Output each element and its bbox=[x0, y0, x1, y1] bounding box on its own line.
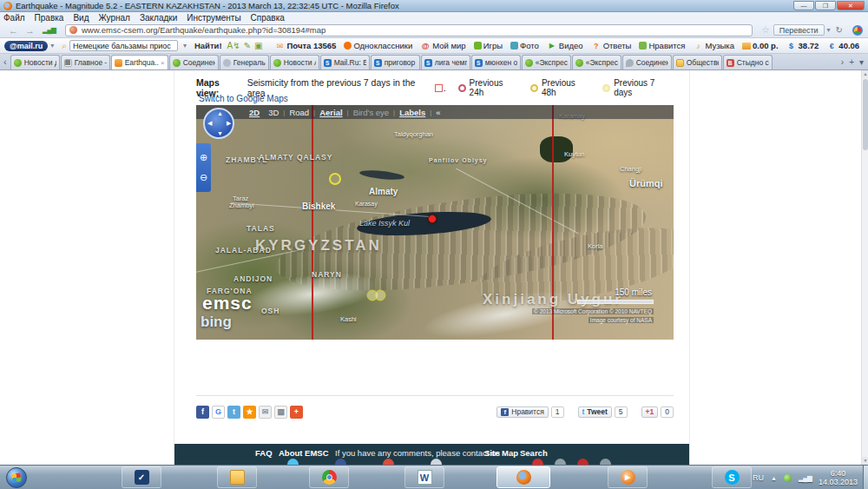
footer-social-icon[interactable] bbox=[287, 459, 299, 465]
taskbar-app-wmp[interactable]: ▶ bbox=[608, 466, 648, 488]
facebook-like-button[interactable]: f Нравится bbox=[496, 406, 549, 418]
start-button[interactable] bbox=[6, 467, 27, 488]
mailru-item[interactable]: 0.00 р. bbox=[742, 41, 779, 50]
zoom-out-button[interactable]: ⊖ bbox=[200, 173, 207, 182]
tab-scroll-left-icon[interactable]: ‹ bbox=[3, 56, 7, 67]
tab-Соединени-[interactable]: Соединени... bbox=[169, 55, 219, 69]
tab-лига-чемпи-[interactable]: Sлига чемпи... bbox=[421, 55, 470, 69]
hidden-icons-chevron[interactable]: ▲ bbox=[771, 475, 777, 481]
earthquake-marker-quake[interactable] bbox=[428, 215, 437, 223]
tab-приговор-si-[interactable]: Sприговор si... bbox=[371, 55, 420, 69]
map-control-Road[interactable]: Road bbox=[289, 108, 309, 117]
print-share-icon[interactable]: ▤ bbox=[274, 406, 287, 419]
find-button[interactable]: Найти! bbox=[194, 41, 222, 50]
tray-status-icon[interactable] bbox=[784, 474, 792, 482]
bookmark-star-icon[interactable]: ☆ bbox=[761, 24, 770, 36]
pan-right-icon[interactable]: ▶ bbox=[227, 120, 231, 127]
signal-bars-icon[interactable]: ▂▄▆ bbox=[43, 26, 56, 34]
pan-up-icon[interactable]: ▲ bbox=[217, 110, 223, 116]
tab-scroll-right-icon[interactable]: › bbox=[841, 57, 844, 67]
map-compass-control[interactable]: ▲ ▼ ◀ ▶ bbox=[203, 108, 234, 139]
tab-Стыдно-ста-[interactable]: ВСтыдно ста... bbox=[723, 55, 773, 69]
footer-sitemap-link[interactable]: Site Map bbox=[484, 448, 518, 458]
tweet-button[interactable]: t Tweet bbox=[578, 406, 612, 418]
scroll-up-icon[interactable]: ▲ bbox=[862, 70, 868, 78]
tab--Экспресс-[interactable]: «Экспресс ... bbox=[522, 55, 571, 69]
tab-close-icon[interactable]: × bbox=[161, 59, 165, 67]
taskbar-app-skype[interactable]: S bbox=[712, 466, 752, 488]
search-dropdown-icon[interactable]: ▾ bbox=[183, 42, 187, 50]
mailru-item[interactable]: $38.72 bbox=[786, 41, 819, 50]
footer-faq-link[interactable]: FAQ bbox=[255, 448, 273, 458]
share-share-icon[interactable]: + bbox=[290, 406, 303, 419]
new-tab-button[interactable]: + bbox=[849, 57, 854, 67]
map-control-«[interactable]: « bbox=[436, 108, 440, 117]
footer-about-link[interactable]: About EMSC bbox=[279, 448, 329, 458]
snapshot-icon[interactable]: ▣ bbox=[254, 41, 262, 50]
reload-icon[interactable]: ↻ bbox=[836, 25, 843, 35]
language-indicator[interactable]: RU bbox=[753, 473, 764, 482]
map-control-Aerial[interactable]: Aerial bbox=[319, 108, 342, 117]
menu-Закладки[interactable]: Закладки bbox=[140, 13, 177, 23]
map-control-2D[interactable]: 2D bbox=[249, 108, 260, 117]
mailru-item[interactable]: ✉Почта 13565 bbox=[274, 41, 336, 50]
mailru-item[interactable]: Нравится bbox=[639, 41, 685, 50]
network-icon[interactable]: ▂▄▆ bbox=[799, 474, 812, 482]
earthquake-marker-ring48[interactable] bbox=[329, 173, 341, 185]
mailru-item[interactable]: Одноклассники bbox=[344, 41, 412, 50]
mailru-item[interactable]: Игры bbox=[474, 41, 503, 50]
menu-Справка[interactable]: Справка bbox=[251, 13, 285, 23]
twitter-share-icon[interactable]: t bbox=[227, 406, 240, 419]
mailru-item[interactable]: Фото bbox=[510, 41, 539, 50]
taskbar-app-checker[interactable]: ✓ bbox=[122, 466, 161, 488]
mailru-logo[interactable]: @mail.ru bbox=[4, 41, 48, 51]
tab-Обществен-[interactable]: Обществен... bbox=[673, 55, 722, 69]
minimize-button[interactable]: — bbox=[793, 1, 814, 10]
taskbar-app-word[interactable]: W bbox=[404, 466, 444, 488]
mailru-item[interactable]: @Мой мир bbox=[420, 41, 465, 50]
footer-social-icon[interactable] bbox=[577, 459, 589, 465]
mailru-item[interactable]: ?Ответы bbox=[591, 41, 632, 50]
show-desktop-button[interactable] bbox=[863, 466, 868, 489]
tab-Earthqua-[interactable]: Earthqua...× bbox=[111, 55, 168, 69]
tab-Генеральна-[interactable]: Генеральна... bbox=[220, 55, 269, 69]
footer-search-link[interactable]: Search bbox=[520, 448, 548, 458]
tab-мюнхен-ор-[interactable]: Sмюнхен ор... bbox=[471, 55, 521, 69]
favorites-share-icon[interactable]: ★ bbox=[243, 406, 256, 419]
menu-Вид[interactable]: Вид bbox=[73, 13, 89, 23]
tab-Новости-Ак-[interactable]: Новости Ак... bbox=[270, 55, 319, 69]
footer-social-icon[interactable] bbox=[335, 459, 346, 465]
pan-down-icon[interactable]: ▼ bbox=[217, 130, 223, 136]
highlight-icon[interactable]: A↯ bbox=[227, 41, 240, 50]
taskbar-app-firefox[interactable] bbox=[496, 466, 550, 488]
map-control-Labels[interactable]: Labels bbox=[399, 108, 425, 117]
bing-logo[interactable]: bing bbox=[201, 314, 232, 331]
mailru-item[interactable]: ▶Видео bbox=[547, 41, 583, 50]
tab-Главное-[interactable]: ▤Главное — ... bbox=[61, 55, 110, 69]
tab-Новости-дн-[interactable]: Новости дн... bbox=[10, 55, 60, 69]
footer-social-icon[interactable] bbox=[600, 459, 611, 465]
list-tabs-icon[interactable]: ▾ bbox=[859, 57, 864, 67]
bing-map[interactable]: TaldyqorghanZHAMBYLALMATY QALASYPanfilov… bbox=[196, 105, 674, 340]
earthquake-marker-p7[interactable] bbox=[375, 290, 386, 301]
tab-Mail-Ru-Ви-[interactable]: SMail.Ru: Ви... bbox=[320, 55, 370, 69]
browser-extension-icon[interactable] bbox=[852, 25, 863, 36]
pan-left-icon[interactable]: ◀ bbox=[207, 120, 212, 127]
close-button[interactable]: ✕ bbox=[837, 1, 865, 10]
google-share-icon[interactable]: G bbox=[212, 406, 225, 419]
back-button[interactable]: ← bbox=[9, 25, 18, 36]
mailru-item[interactable]: €40.06 bbox=[826, 41, 859, 50]
toolbar-search-input[interactable] bbox=[69, 40, 178, 51]
menu-Правка[interactable]: Правка bbox=[35, 13, 64, 23]
mailru-dropdown-icon[interactable]: ▾ bbox=[50, 42, 54, 50]
footer-comment-text[interactable]: If you have any comments, please contact… bbox=[335, 448, 500, 458]
maximize-button[interactable]: ❐ bbox=[815, 1, 836, 10]
tab-Соединени-[interactable]: Соединени... bbox=[622, 55, 672, 69]
taskbar-app-chrome[interactable] bbox=[309, 466, 349, 488]
footer-social-icon[interactable] bbox=[431, 459, 442, 465]
facebook-share-icon[interactable]: f bbox=[196, 406, 209, 419]
google-plus-one-button[interactable]: +1 bbox=[641, 406, 659, 418]
zoom-in-button[interactable]: ⊕ bbox=[200, 153, 207, 162]
translate-button[interactable]: Перевести bbox=[773, 24, 825, 36]
menu-Журнал[interactable]: Журнал bbox=[98, 13, 130, 23]
